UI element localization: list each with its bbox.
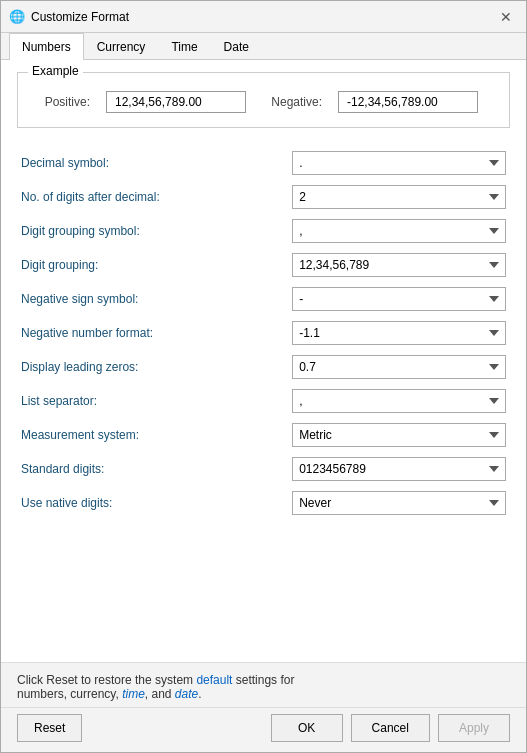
form-row-digit-grouping-symbol: Digit grouping symbol:,. <box>17 214 510 248</box>
action-buttons: OK Cancel Apply <box>271 714 510 742</box>
form-row-use-native-digits: Use native digits:NeverAlwaysNational <box>17 486 510 520</box>
select-measurement-system[interactable]: MetricU.S.U.K. <box>292 423 506 447</box>
cell-digit-grouping: 12,34,56,789123,456,7891234567890 <box>288 248 510 282</box>
title-bar: 🌐 Customize Format ✕ <box>1 1 526 33</box>
label-negative-sign-symbol: Negative sign symbol: <box>17 282 288 316</box>
footer-text: Click Reset to restore the system defaul… <box>17 673 510 687</box>
select-decimal-symbol[interactable]: ., <box>292 151 506 175</box>
form-row-list-separator: List separator:,; <box>17 384 510 418</box>
select-digits-after-decimal[interactable]: 01234 <box>292 185 506 209</box>
settings-table: Decimal symbol:.,No. of digits after dec… <box>17 146 510 520</box>
positive-label: Positive: <box>30 95 90 109</box>
close-button[interactable]: ✕ <box>494 5 518 29</box>
cell-negative-number-format: -1.1(1.1)- 1.1 <box>288 316 510 350</box>
form-row-negative-number-format: Negative number format:-1.1(1.1)- 1.1 <box>17 316 510 350</box>
date-word: date <box>175 687 198 701</box>
select-negative-sign-symbol[interactable]: - <box>292 287 506 311</box>
cell-digit-grouping-symbol: ,. <box>288 214 510 248</box>
select-standard-digits[interactable]: 0123456789 <box>292 457 506 481</box>
select-digit-grouping[interactable]: 12,34,56,789123,456,7891234567890 <box>292 253 506 277</box>
tab-numbers[interactable]: Numbers <box>9 33 84 60</box>
select-negative-number-format[interactable]: -1.1(1.1)- 1.1 <box>292 321 506 345</box>
positive-value: 12,34,56,789.00 <box>106 91 246 113</box>
default-word: default <box>196 673 232 687</box>
select-list-separator[interactable]: ,; <box>292 389 506 413</box>
tab-content: Example Positive: 12,34,56,789.00 Negati… <box>1 60 526 662</box>
negative-value: -12,34,56,789.00 <box>338 91 478 113</box>
form-row-negative-sign-symbol: Negative sign symbol:- <box>17 282 510 316</box>
label-digits-after-decimal: No. of digits after decimal: <box>17 180 288 214</box>
form-row-measurement-system: Measurement system:MetricU.S.U.K. <box>17 418 510 452</box>
ok-button[interactable]: OK <box>271 714 343 742</box>
cell-standard-digits: 0123456789 <box>288 452 510 486</box>
footer-info: Click Reset to restore the system defaul… <box>1 662 526 707</box>
cell-decimal-symbol: ., <box>288 146 510 180</box>
label-digit-grouping: Digit grouping: <box>17 248 288 282</box>
tab-bar: Numbers Currency Time Date <box>1 33 526 60</box>
cell-negative-sign-symbol: - <box>288 282 510 316</box>
example-legend: Example <box>28 64 83 78</box>
cell-use-native-digits: NeverAlwaysNational <box>288 486 510 520</box>
form-row-display-leading-zeros: Display leading zeros:0.7.7 <box>17 350 510 384</box>
footer-text-2: numbers, currency, time, and date. <box>17 687 510 701</box>
select-digit-grouping-symbol[interactable]: ,. <box>292 219 506 243</box>
time-word: time <box>122 687 145 701</box>
label-decimal-symbol: Decimal symbol: <box>17 146 288 180</box>
title-bar-left: 🌐 Customize Format <box>9 9 129 25</box>
negative-label: Negative: <box>262 95 322 109</box>
select-display-leading-zeros[interactable]: 0.7.7 <box>292 355 506 379</box>
form-row-digit-grouping: Digit grouping:12,34,56,789123,456,78912… <box>17 248 510 282</box>
app-icon: 🌐 <box>9 9 25 25</box>
tab-date[interactable]: Date <box>211 33 262 60</box>
cell-measurement-system: MetricU.S.U.K. <box>288 418 510 452</box>
select-use-native-digits[interactable]: NeverAlwaysNational <box>292 491 506 515</box>
cell-list-separator: ,; <box>288 384 510 418</box>
form-row-standard-digits: Standard digits:0123456789 <box>17 452 510 486</box>
reset-button[interactable]: Reset <box>17 714 82 742</box>
form-row-decimal-symbol: Decimal symbol:., <box>17 146 510 180</box>
label-digit-grouping-symbol: Digit grouping symbol: <box>17 214 288 248</box>
label-list-separator: List separator: <box>17 384 288 418</box>
cell-digits-after-decimal: 01234 <box>288 180 510 214</box>
label-display-leading-zeros: Display leading zeros: <box>17 350 288 384</box>
window-title: Customize Format <box>31 10 129 24</box>
label-measurement-system: Measurement system: <box>17 418 288 452</box>
label-negative-number-format: Negative number format: <box>17 316 288 350</box>
form-row-digits-after-decimal: No. of digits after decimal:01234 <box>17 180 510 214</box>
label-standard-digits: Standard digits: <box>17 452 288 486</box>
example-group: Example Positive: 12,34,56,789.00 Negati… <box>17 72 510 128</box>
customize-format-window: 🌐 Customize Format ✕ Numbers Currency Ti… <box>0 0 527 753</box>
label-use-native-digits: Use native digits: <box>17 486 288 520</box>
tab-currency[interactable]: Currency <box>84 33 159 60</box>
cell-display-leading-zeros: 0.7.7 <box>288 350 510 384</box>
tab-time[interactable]: Time <box>158 33 210 60</box>
example-row: Positive: 12,34,56,789.00 Negative: -12,… <box>30 91 497 113</box>
apply-button[interactable]: Apply <box>438 714 510 742</box>
cancel-button[interactable]: Cancel <box>351 714 430 742</box>
